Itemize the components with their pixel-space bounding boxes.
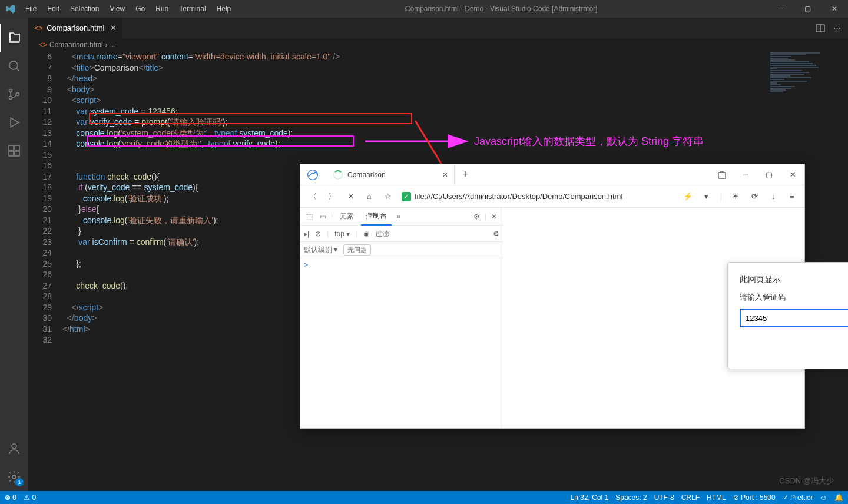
explorer-icon[interactable]: [0, 24, 28, 52]
clear-console-icon[interactable]: ⊘: [315, 230, 321, 238]
menu-help[interactable]: Help: [212, 2, 236, 15]
console-output[interactable]: >: [300, 258, 503, 428]
close-button[interactable]: ✕: [821, 0, 848, 18]
devtools-close-icon[interactable]: ✕: [489, 213, 499, 221]
svg-point-3: [16, 93, 19, 96]
browser-tab[interactable]: Comparison ✕: [325, 164, 455, 185]
svg-point-9: [12, 475, 16, 479]
menu-icon[interactable]: ≡: [787, 192, 797, 201]
vscode-logo-icon: [0, 4, 21, 14]
breadcrumb[interactable]: <> Comparison.html › ...: [28, 38, 848, 51]
run-debug-icon[interactable]: [0, 108, 28, 137]
html-file-icon: <>: [34, 24, 43, 32]
menu-edit[interactable]: Edit: [42, 2, 64, 15]
status-feedback-icon[interactable]: ☺: [820, 493, 827, 502]
status-warnings[interactable]: ⚠ 0: [24, 493, 36, 502]
split-editor-icon[interactable]: [816, 24, 825, 33]
prompt-dialog: 此网页显示 请输入验证码 确定 取消: [727, 262, 848, 369]
browser-extension-icon[interactable]: [710, 164, 734, 185]
status-errors[interactable]: ⊗ 0: [5, 493, 16, 502]
more-actions-icon[interactable]: ⋯: [833, 24, 841, 32]
breadcrumb-rest: ...: [110, 41, 116, 49]
prompt-input[interactable]: [740, 309, 848, 327]
status-eol[interactable]: CRLF: [681, 493, 700, 502]
menu-terminal[interactable]: Terminal: [174, 2, 210, 15]
no-issues-badge[interactable]: 无问题: [343, 244, 371, 256]
browser-toolbar: 〈 〉 ✕ ⌂ ☆ ✓ file:///C:/Users/Administrat…: [300, 185, 804, 208]
prompt-header: 此网页显示: [740, 274, 848, 285]
dropdown-icon[interactable]: ▾: [701, 192, 712, 201]
filter-input[interactable]: [375, 230, 487, 238]
status-prettier[interactable]: ✓ Prettier: [783, 493, 813, 502]
back-button[interactable]: 〈: [307, 191, 318, 202]
settings-icon[interactable]: 1: [0, 463, 28, 491]
home-button[interactable]: ⌂: [364, 192, 375, 201]
status-bell-icon[interactable]: 🔔: [834, 493, 843, 502]
eye-icon[interactable]: ◉: [363, 230, 369, 238]
inspect-icon[interactable]: ⬚: [304, 213, 315, 221]
settings-badge: 1: [15, 478, 24, 486]
devtools-tab-elements[interactable]: 元素: [335, 208, 359, 226]
minimize-button[interactable]: ─: [767, 0, 794, 18]
download-icon[interactable]: ↓: [768, 192, 779, 201]
browser-close-button[interactable]: ✕: [781, 164, 804, 185]
tab-actions: ⋯: [816, 18, 848, 38]
minimap[interactable]: [770, 52, 841, 111]
menu-go[interactable]: Go: [131, 2, 150, 15]
browser-page-content: 此网页显示 请输入验证码 确定 取消: [504, 208, 804, 428]
menu-run[interactable]: Run: [151, 2, 173, 15]
browser-tab-close-icon[interactable]: ✕: [442, 171, 448, 179]
search-icon[interactable]: [0, 52, 28, 80]
svg-rect-4: [9, 145, 14, 150]
browser-title-bar: Comparison ✕ + ─ ▢ ✕: [300, 164, 804, 185]
extensions-icon[interactable]: [0, 137, 28, 165]
maximize-button[interactable]: ▢: [794, 0, 821, 18]
svg-rect-5: [15, 145, 19, 150]
svg-point-12: [308, 170, 318, 180]
devtools-tab-console[interactable]: 控制台: [361, 208, 392, 226]
context-selector[interactable]: top ▾: [334, 230, 350, 238]
source-control-icon[interactable]: [0, 80, 28, 108]
devtools-settings-icon[interactable]: ⚙: [471, 213, 482, 221]
window-title: Comparison.html - Demo - Visual Studio C…: [236, 5, 767, 13]
stop-button[interactable]: ✕: [345, 192, 356, 201]
device-icon[interactable]: ▭: [317, 213, 329, 221]
status-encoding[interactable]: UTF-8: [654, 493, 674, 502]
menu-view[interactable]: View: [105, 2, 130, 15]
forward-button[interactable]: 〉: [326, 191, 337, 202]
editor-tab[interactable]: <> Comparison.html ✕: [28, 18, 123, 38]
security-shield-icon: ✓: [402, 192, 411, 201]
account-icon[interactable]: [0, 435, 28, 463]
status-port[interactable]: ⊘ Port : 5500: [733, 493, 776, 502]
url-text: file:///C:/Users/Administrator/Desktop/D…: [415, 192, 622, 201]
theme-icon[interactable]: ☀: [730, 192, 741, 201]
svg-rect-6: [9, 151, 14, 156]
browser-tab-title: Comparison: [347, 171, 438, 179]
status-language[interactable]: HTML: [707, 493, 726, 502]
browser-minimize-button[interactable]: ─: [734, 164, 757, 185]
menu-bar: File Edit Selection View Go Run Terminal…: [21, 2, 236, 15]
address-bar[interactable]: ✓ file:///C:/Users/Administrator/Desktop…: [402, 192, 674, 201]
sidebar-toggle-icon[interactable]: ▸|: [304, 230, 309, 238]
new-tab-button[interactable]: +: [455, 168, 476, 181]
browser-maximize-button[interactable]: ▢: [757, 164, 781, 185]
status-spaces[interactable]: Spaces: 2: [615, 493, 647, 502]
log-level-selector[interactable]: 默认级别 ▾: [304, 245, 337, 255]
browser-logo-icon: [300, 169, 325, 181]
flash-icon[interactable]: ⚡: [683, 192, 693, 201]
more-tabs-icon[interactable]: »: [394, 213, 403, 221]
menu-selection[interactable]: Selection: [65, 2, 104, 15]
window-controls: ─ ▢ ✕: [767, 0, 848, 18]
filter-settings-icon[interactable]: ⚙: [493, 230, 499, 238]
devtools-left: ⬚ ▭ | 元素 控制台 » ⚙ | ✕ ▸| ⊘ | top ▾ | ◉ ⚙: [300, 208, 504, 428]
breadcrumb-file: Comparison.html: [49, 41, 103, 49]
refresh-icon[interactable]: ⟳: [749, 192, 760, 201]
tab-close-icon[interactable]: ✕: [110, 24, 117, 32]
favorite-button[interactable]: ☆: [383, 192, 393, 201]
devtools-panel: ⬚ ▭ | 元素 控制台 » ⚙ | ✕ ▸| ⊘ | top ▾ | ◉ ⚙: [300, 208, 804, 428]
title-bar: File Edit Selection View Go Run Terminal…: [0, 0, 848, 18]
devtools-filter-row: ▸| ⊘ | top ▾ | ◉ ⚙: [300, 226, 503, 242]
status-position[interactable]: Ln 32, Col 1: [571, 493, 609, 502]
loading-spinner-icon: [333, 170, 343, 180]
menu-file[interactable]: File: [21, 2, 41, 15]
